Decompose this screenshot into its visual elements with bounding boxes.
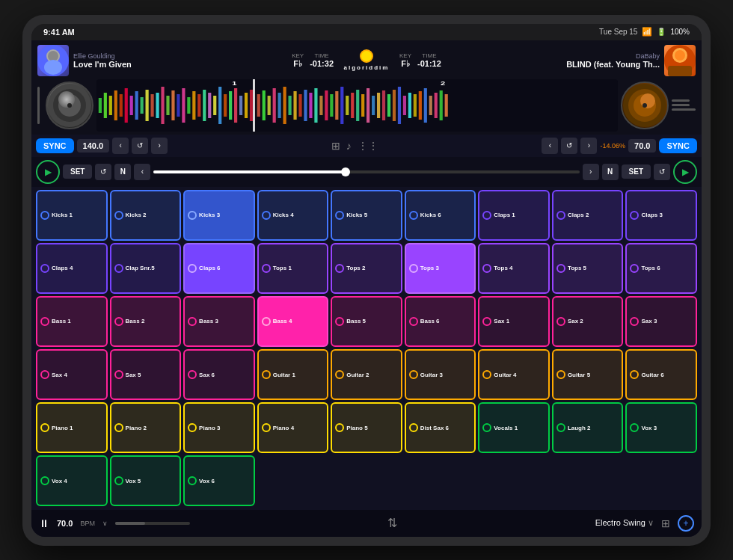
note-icon[interactable]: ♪ — [346, 140, 352, 152]
pad-claps-6-active[interactable]: Claps 6 — [183, 243, 255, 294]
pad-sax-5[interactable]: Sax 5 — [110, 349, 182, 400]
prev-right-button[interactable]: ‹ — [542, 138, 558, 154]
svg-rect-20 — [130, 96, 133, 115]
loop-right-button[interactable]: ↺ — [561, 138, 577, 154]
pad-guitar-1[interactable]: Guitar 1 — [257, 349, 329, 400]
svg-rect-53 — [298, 94, 301, 117]
pad-kicks-2[interactable]: Kicks 2 — [110, 190, 182, 241]
pad-kicks-4[interactable]: Kicks 4 — [257, 190, 329, 241]
pad-guitar-5[interactable]: Guitar 5 — [552, 349, 624, 400]
genre-label[interactable]: Electro Swing ∨ — [595, 518, 654, 528]
svg-rect-33 — [197, 94, 200, 117]
pause-button[interactable]: ⏸ — [39, 517, 49, 529]
pad-tops-2[interactable]: Tops 2 — [331, 243, 402, 294]
sync-left-button[interactable]: SYNC — [36, 138, 74, 153]
progress-bar[interactable] — [153, 170, 579, 173]
loop-left-trans-button[interactable]: ↺ — [95, 164, 111, 180]
add-bottom-button[interactable]: + — [678, 515, 694, 532]
pad-vox-4[interactable]: Vox 4 — [36, 455, 108, 506]
grid-bottom-icon[interactable]: ⊞ — [661, 517, 670, 529]
pad-kicks-1[interactable]: Kicks 1 — [36, 190, 108, 241]
pad-sax-4[interactable]: Sax 4 — [36, 349, 108, 400]
eq-slider-1[interactable] — [672, 99, 690, 102]
pad-sax-2[interactable]: Sax 2 — [552, 296, 624, 347]
pad-guitar-6[interactable]: Guitar 6 — [625, 349, 697, 400]
sync-right-button[interactable]: SYNC — [659, 138, 697, 153]
pad-bass-5[interactable]: Bass 5 — [331, 296, 402, 347]
grid-icon[interactable]: ⋮⋮ — [358, 140, 378, 152]
pad-piano-1[interactable]: Piano 1 — [36, 402, 108, 453]
battery-icon: 🔋 — [657, 28, 666, 36]
svg-rect-72 — [398, 87, 401, 124]
pad-tops-1[interactable]: Tops 1 — [257, 243, 329, 294]
svg-rect-56 — [314, 88, 317, 123]
pad-claps-2[interactable]: Claps 2 — [552, 190, 624, 241]
svg-rect-67 — [372, 96, 375, 115]
pad-piano-4[interactable]: Piano 4 — [257, 402, 329, 453]
pad-piano-5[interactable]: Piano 5 — [331, 402, 402, 453]
play-left-button[interactable]: ▶ — [36, 160, 60, 184]
pad-vox-6[interactable]: Vox 6 — [183, 455, 255, 506]
pad-vox-5[interactable]: Vox 5 — [110, 455, 182, 506]
pad-tops-4[interactable]: Tops 4 — [478, 243, 550, 294]
svg-rect-27 — [166, 96, 169, 115]
pad-claps-1[interactable]: Claps 1 — [478, 190, 550, 241]
pad-laugh-2[interactable]: Laugh 2 — [552, 402, 624, 453]
svg-rect-21 — [135, 91, 138, 120]
svg-rect-75 — [414, 94, 417, 117]
pad-piano-3[interactable]: Piano 3 — [183, 402, 255, 453]
fwd-right-button[interactable]: › — [583, 164, 599, 180]
wifi-icon: 📶 — [642, 27, 652, 37]
pad-kicks-5[interactable]: Kicks 5 — [331, 190, 402, 241]
turntable-right[interactable] — [621, 81, 669, 129]
pad-sax-3[interactable]: Sax 3 — [625, 296, 697, 347]
pads-section: Kicks 1 Kicks 2 Kicks 3 Kicks 4 Kicks 5 … — [31, 187, 702, 510]
pad-vocals-1[interactable]: Vocals 1 — [478, 402, 550, 453]
next-left-button[interactable]: › — [151, 138, 168, 154]
play-right-button[interactable]: ▶ — [673, 160, 697, 184]
pad-vox-3[interactable]: Vox 3 — [625, 402, 697, 453]
pad-claps-3[interactable]: Claps 3 — [625, 190, 697, 241]
svg-rect-36 — [213, 96, 216, 115]
tempo-slider[interactable] — [115, 522, 190, 525]
set-left-button[interactable]: SET — [63, 164, 92, 179]
svg-rect-31 — [187, 97, 190, 114]
prev-left-button[interactable]: ‹ — [112, 138, 129, 154]
pad-tops-6[interactable]: Tops 6 — [625, 243, 697, 294]
pad-guitar-4[interactable]: Guitar 4 — [478, 349, 550, 400]
pad-guitar-2[interactable]: Guitar 2 — [331, 349, 402, 400]
pad-bass-6[interactable]: Bass 6 — [405, 296, 476, 347]
pad-claps-4[interactable]: Claps 4 — [36, 243, 108, 294]
pad-kicks-6[interactable]: Kicks 6 — [405, 190, 476, 241]
loop-left-button[interactable]: ↺ — [132, 138, 148, 154]
pad-piano-6[interactable]: Dist Sax 6 — [405, 402, 476, 453]
n-right-button[interactable]: N — [602, 164, 619, 180]
next-right-button[interactable]: › — [580, 138, 597, 154]
n-left-button[interactable]: N — [114, 164, 131, 180]
pad-piano-2[interactable]: Piano 2 — [110, 402, 182, 453]
back-left-button[interactable]: ‹ — [134, 164, 150, 180]
set-right-button[interactable]: SET — [622, 164, 651, 179]
pad-tops-5[interactable]: Tops 5 — [552, 243, 624, 294]
pad-bass-1[interactable]: Bass 1 — [36, 296, 108, 347]
svg-rect-17 — [114, 90, 117, 120]
pad-sax-6[interactable]: Sax 6 — [183, 349, 255, 400]
pad-guitar-3[interactable]: Guitar 3 — [405, 349, 476, 400]
pad-bass-4-active[interactable]: Bass 4 — [257, 296, 329, 347]
pad-sax-1[interactable]: Sax 1 — [478, 296, 550, 347]
deck-left-bpm: 140.0 — [77, 139, 110, 153]
loop-right-trans-button[interactable]: ↺ — [654, 164, 670, 180]
progress-handle[interactable] — [341, 167, 350, 176]
pad-bass-3[interactable]: Bass 3 — [183, 296, 255, 347]
pad-bass-2[interactable]: Bass 2 — [110, 296, 182, 347]
eq-slider-3[interactable] — [672, 108, 696, 111]
pad-tops-3-active[interactable]: Tops 3 — [405, 243, 476, 294]
pad-kicks-3-active[interactable]: Kicks 3 — [183, 190, 255, 241]
mixer-center-icon[interactable]: ⇅ — [387, 516, 397, 530]
eq-slider-2[interactable] — [672, 104, 690, 106]
svg-rect-69 — [382, 90, 385, 120]
svg-point-2 — [48, 51, 58, 61]
mixer-icon[interactable]: ⊞ — [331, 140, 340, 152]
turntable-left[interactable] — [46, 81, 93, 129]
pad-claps-5[interactable]: Clap Snr.5 — [110, 243, 182, 294]
